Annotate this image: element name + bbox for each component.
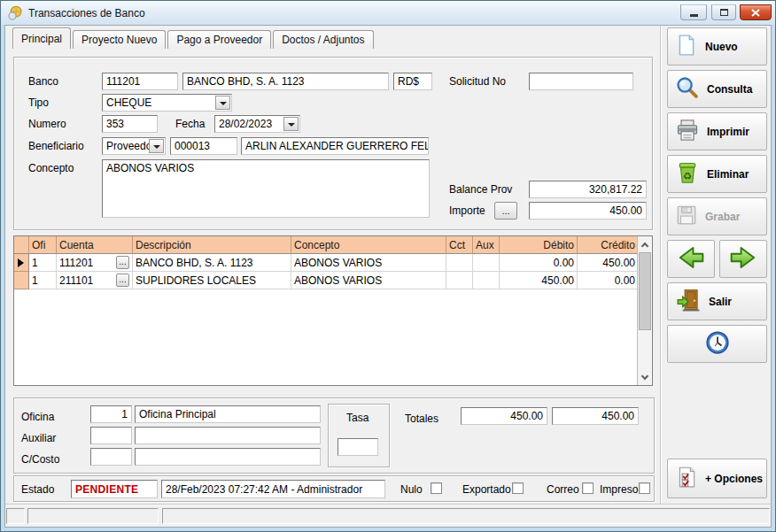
- arrow-left-icon: [676, 244, 706, 274]
- beneficiario-label: Beneficiario: [28, 140, 84, 152]
- printer-icon: [675, 118, 700, 145]
- solicitud-label: Solicitud No: [449, 75, 506, 88]
- tab-doctos-adjuntos[interactable]: Doctos / Adjuntos: [273, 30, 373, 49]
- minimize-button[interactable]: [680, 4, 707, 20]
- cell-debito[interactable]: 450.00: [500, 272, 578, 289]
- cell-ofi[interactable]: 1: [29, 254, 57, 272]
- chevron-down-icon[interactable]: [149, 139, 164, 153]
- estado-label: Estado: [21, 483, 54, 496]
- fecha-select[interactable]: 28/02/2023: [214, 115, 300, 133]
- audit-field[interactable]: 28/Feb/2023 07:27:42 AM - Administrador: [161, 480, 385, 498]
- grid-scrollbar[interactable]: [637, 236, 652, 385]
- concepto-label: Concepto: [28, 162, 74, 174]
- scroll-down-icon[interactable]: [638, 370, 652, 384]
- imprimir-button[interactable]: Imprimir: [667, 112, 767, 150]
- sidebar-divider: [660, 26, 662, 504]
- estado-group: Estado PENDIENTE 28/Feb/2023 07:27:42 AM…: [13, 475, 655, 502]
- opciones-button[interactable]: + Opciones: [667, 459, 767, 498]
- row-selector[interactable]: [14, 272, 29, 289]
- scroll-thumb[interactable]: [639, 252, 651, 330]
- balance-prov-field[interactable]: 320,817.22: [529, 181, 647, 198]
- arrow-right-icon: [728, 244, 758, 274]
- beneficiario-type-select[interactable]: Proveedor: [102, 137, 166, 155]
- solicitud-field[interactable]: [529, 73, 633, 90]
- importe-field[interactable]: 450.00: [529, 202, 647, 220]
- estado-value-field[interactable]: PENDIENTE: [71, 480, 158, 498]
- correo-checkbox[interactable]: [582, 482, 594, 494]
- cell-descripcion[interactable]: SUPLIDORES LOCALES: [133, 272, 291, 289]
- cell-ofi[interactable]: 1: [29, 272, 57, 289]
- exportado-checkbox[interactable]: [512, 482, 524, 494]
- tab-proyecto-nuevo[interactable]: Proyecto Nuevo: [73, 30, 166, 49]
- impreso-checkbox[interactable]: [639, 482, 650, 494]
- grid-col-concepto: Concepto: [291, 236, 446, 254]
- cell-credito[interactable]: 450.00: [578, 254, 639, 272]
- auxiliar-name-field[interactable]: [135, 427, 321, 444]
- cell-descripcion[interactable]: BANCO BHD, S. A. 1123: [133, 254, 291, 272]
- cell-debito[interactable]: 0.00: [500, 254, 578, 272]
- auxiliar-code-field[interactable]: [90, 427, 132, 444]
- ccosto-code-field[interactable]: [90, 448, 132, 466]
- tab-principal[interactable]: Principal: [12, 27, 71, 49]
- cell-cct[interactable]: [446, 254, 473, 272]
- cell-concepto[interactable]: ABONOS VARIOS: [291, 272, 446, 289]
- totales-credito-field[interactable]: 450.00: [552, 407, 639, 425]
- scroll-up-icon[interactable]: [638, 237, 652, 251]
- totales-debito-field[interactable]: 450.00: [461, 407, 547, 425]
- cell-cuenta[interactable]: 211101 ...: [57, 272, 133, 289]
- cuenta-browse-button[interactable]: ...: [116, 256, 129, 269]
- numero-field[interactable]: 353: [102, 115, 158, 133]
- close-button[interactable]: [740, 4, 772, 20]
- nulo-checkbox[interactable]: [431, 482, 442, 494]
- table-row[interactable]: 1 111201 ... BANCO BHD, S. A. 1123 ABONO…: [14, 254, 652, 272]
- cell-aux[interactable]: [473, 272, 500, 289]
- importe-browse-button[interactable]: ...: [494, 202, 517, 220]
- consulta-button[interactable]: Consulta: [667, 70, 767, 108]
- nuevo-button[interactable]: Nuevo: [667, 27, 767, 66]
- banco-name-field[interactable]: BANCO BHD, S. A. 1123: [182, 73, 389, 90]
- grid-col-aux: Aux: [473, 236, 500, 254]
- ccosto-name-field[interactable]: [135, 448, 321, 466]
- app-window: Transacciones de Banco Principal Proyect…: [0, 0, 776, 532]
- tipo-label: Tipo: [28, 96, 49, 109]
- cell-cuenta[interactable]: 111201 ...: [57, 254, 133, 272]
- oficina-code-field[interactable]: 1: [90, 405, 132, 423]
- beneficiario-code-field[interactable]: 000013: [170, 137, 237, 155]
- exit-door-icon: [675, 287, 702, 316]
- eliminar-button[interactable]: ♻ Eliminar: [667, 155, 767, 193]
- chevron-down-icon[interactable]: [283, 117, 299, 131]
- cuenta-browse-button[interactable]: ...: [116, 274, 129, 287]
- maximize-button[interactable]: [711, 4, 736, 20]
- oficina-name-field[interactable]: Oficina Principal: [135, 405, 321, 423]
- tipo-select[interactable]: CHEQUE: [102, 94, 232, 112]
- totales-label: Totales: [405, 412, 438, 425]
- minimize-icon: [690, 14, 698, 17]
- balance-prov-label: Balance Prov: [449, 183, 512, 196]
- banco-currency-field[interactable]: RD$: [393, 73, 432, 90]
- row-selector[interactable]: [14, 254, 29, 272]
- tab-pago-a-proveedor[interactable]: Pago a Proveedor: [167, 30, 271, 49]
- cell-concepto[interactable]: ABONOS VARIOS: [291, 254, 446, 272]
- recycle-bin-icon: ♻: [675, 160, 700, 188]
- cell-cct[interactable]: [446, 272, 473, 289]
- reloj-button[interactable]: [667, 325, 767, 363]
- oficina-label: Oficina: [21, 411, 54, 423]
- beneficiario-name-field[interactable]: ARLIN ALEXANDER GUERRERO FELIZ: [241, 137, 429, 155]
- close-icon: [751, 9, 760, 17]
- titlebar[interactable]: Transacciones de Banco: [1, 1, 775, 25]
- cell-credito[interactable]: 0.00: [578, 272, 639, 289]
- grid-col-credito: Crédito: [578, 236, 639, 254]
- chevron-down-icon[interactable]: [215, 96, 230, 110]
- status-panel: [27, 508, 159, 524]
- grid-col-cuenta: Cuenta: [57, 236, 133, 254]
- next-button[interactable]: [719, 240, 767, 278]
- cell-aux[interactable]: [473, 254, 500, 272]
- salir-button[interactable]: Salir: [667, 282, 767, 320]
- banco-code-field[interactable]: 111201: [102, 73, 178, 90]
- numero-label: Numero: [28, 118, 66, 130]
- prev-button[interactable]: [667, 240, 715, 278]
- tasa-field[interactable]: [338, 438, 378, 456]
- grid-col-debito: Débito: [500, 236, 578, 254]
- concepto-textarea[interactable]: ABONOS VARIOS: [102, 159, 430, 218]
- table-row[interactable]: 1 211101 ... SUPLIDORES LOCALES ABONOS V…: [14, 272, 652, 289]
